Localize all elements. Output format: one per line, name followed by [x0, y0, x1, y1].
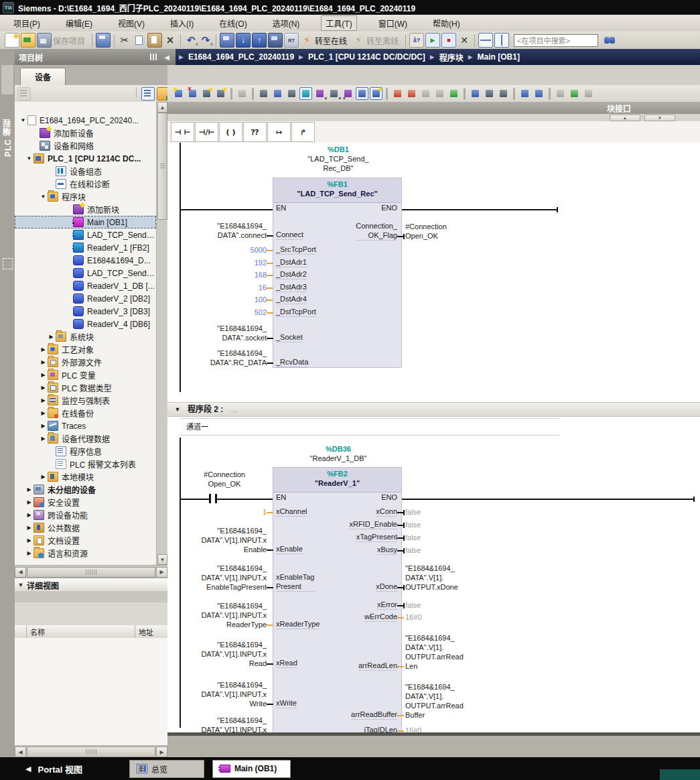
- open-project-icon[interactable]: [21, 33, 36, 48]
- ladder-input-row[interactable]: 502 _DstTcpPort: [167, 307, 403, 317]
- tree-item[interactable]: ▶ 监控与强制表: [15, 394, 156, 407]
- new-object-icon[interactable]: [17, 87, 31, 101]
- tree-expander-icon[interactable]: ▶: [39, 385, 48, 391]
- tree-vertical-scrollbar[interactable]: ▲ ▼: [156, 102, 167, 565]
- insert-block-call-icon[interactable]: [172, 87, 185, 100]
- ladder-input-row[interactable]: 5000 _SrcTcpPort: [167, 245, 403, 255]
- instance-db-address[interactable]: %DB1: [271, 145, 405, 154]
- ladder-output-row[interactable]: arrReadBuffer "E1684&1694_ DATA".V[1]. O…: [273, 682, 541, 720]
- auto-collapse-icon[interactable]: [149, 53, 158, 61]
- input-operand[interactable]: 16: [167, 283, 267, 292]
- details-view-header[interactable]: ▼ 详细视图: [15, 578, 167, 592]
- block-parameter[interactable]: xDone: [376, 582, 397, 592]
- ladder-input-row[interactable]: 16 _DstAdr3: [167, 282, 403, 292]
- scrollbar-thumb[interactable]: [27, 746, 155, 757]
- insert-network-icon[interactable]: [200, 87, 213, 100]
- portal-view-button[interactable]: Portal 视图: [38, 763, 82, 775]
- toggle-operand-display-icon[interactable]: [356, 87, 368, 100]
- go-offline-icon[interactable]: [352, 34, 365, 47]
- search-project-input[interactable]: [514, 34, 598, 47]
- ladder-output-row[interactable]: xDone "E1684&1694_ DATA".V[1]. OUTPUT.xD…: [273, 564, 541, 592]
- overview-button[interactable]: 总览: [129, 760, 204, 778]
- next-error-icon[interactable]: [405, 87, 418, 100]
- scroll-left-icon[interactable]: ◀: [15, 746, 26, 757]
- tree-expander-icon[interactable]: ▼: [19, 117, 27, 123]
- input-operand[interactable]: 100: [167, 295, 267, 304]
- previous-error-icon[interactable]: [391, 87, 404, 100]
- rail-tab[interactable]: [1, 65, 13, 94]
- ladder-canvas[interactable]: %DB1 "LAD_TCP_Send_ Rec_DB" %FB1 "LAD_TC…: [167, 143, 700, 732]
- tree-horizontal-scrollbar[interactable]: ◀ ▶: [15, 565, 167, 578]
- tree-item[interactable]: ReaderV_2 [DB2]: [15, 292, 156, 305]
- tree-expander-icon[interactable]: ▶: [39, 423, 48, 429]
- output-operand[interactable]: "E1684&1694_ DATA".V[1]. OUTPUT.xDone: [405, 564, 519, 592]
- close-all-networks-icon[interactable]: [285, 87, 298, 100]
- tree-item[interactable]: ReaderV_3 [DB3]: [15, 305, 156, 318]
- insert-tag-dropdown-icon[interactable]: [342, 87, 354, 100]
- output-operand[interactable]: 16#0: [405, 612, 519, 622]
- menu-item[interactable]: 插入(I): [166, 16, 198, 30]
- ladder-output-row[interactable]: iTagIDLen 16#0: [273, 725, 541, 732]
- details-horizontal-scrollbar[interactable]: ◀ ▶: [15, 745, 167, 758]
- input-operand[interactable]: "E1684&1694_ DATA".V[1].INPUT.x Write: [167, 680, 267, 708]
- block-interface-bar[interactable]: 块接口: [167, 102, 700, 114]
- output-operand[interactable]: false: [405, 533, 519, 542]
- output-operand[interactable]: false: [405, 600, 519, 610]
- ladder-input-row[interactable]: 168 _DstAdr2: [167, 269, 403, 279]
- portal-arrow-icon[interactable]: ◀: [25, 765, 31, 773]
- scrollbar-thumb[interactable]: [157, 113, 167, 220]
- tree-item[interactable]: 程序信息: [15, 445, 156, 458]
- tree-item[interactable]: ▼ 程序块: [15, 190, 156, 203]
- ladder-input-row[interactable]: "E1684&1694_ DATA".RC_DATA _RcvData: [167, 348, 403, 367]
- monitoring-glasses-icon[interactable]: [568, 87, 581, 100]
- split-editor-horizontal-icon[interactable]: [478, 33, 493, 48]
- redo-icon[interactable]: [199, 34, 212, 47]
- tree-expander-icon[interactable]: ▶: [25, 525, 33, 531]
- favorites-toggle-icon[interactable]: [370, 87, 382, 100]
- accessible-devices-icon[interactable]: [409, 33, 424, 48]
- undo-icon[interactable]: [184, 34, 198, 47]
- update-block-calls-icon[interactable]: [419, 87, 432, 100]
- upload-from-device-icon[interactable]: [252, 33, 267, 48]
- block-parameter[interactable]: xError: [377, 600, 397, 610]
- input-operand[interactable]: "E1684&1694_ DATA".V[1].INPUT.x EnableTa…: [167, 564, 267, 592]
- block-parameter[interactable]: xTagPresent: [356, 532, 397, 542]
- tree-item[interactable]: ▼ E1684_1694_PLC_20240...: [15, 114, 156, 127]
- tree-expander-icon[interactable]: ▶: [39, 436, 48, 442]
- tab-devices[interactable]: 设备: [20, 68, 66, 85]
- tree-expander-icon[interactable]: ▶: [25, 550, 33, 556]
- paste-icon[interactable]: [147, 33, 162, 48]
- block-protection-icon[interactable]: [582, 87, 595, 100]
- block-parameter[interactable]: xBusy: [377, 545, 397, 555]
- details-address-column[interactable]: 地址: [135, 625, 167, 638]
- tree-item[interactable]: ▶ 设备代理数据: [15, 432, 156, 445]
- runtime-icon[interactable]: [284, 33, 299, 48]
- network-2-header[interactable]: ▼ 程序段 2 : ....: [167, 402, 700, 417]
- tree-expander-icon[interactable]: ▶: [39, 346, 48, 352]
- tree-expander-icon[interactable]: ▶: [39, 359, 48, 365]
- block-parameter[interactable]: xConn: [376, 507, 397, 517]
- input-operand[interactable]: 192: [167, 258, 267, 267]
- output-operand[interactable]: "E1684&1694_ DATA".V[1]. OUTPUT.arrRead …: [405, 682, 519, 720]
- network-collapse-icon[interactable]: ▼: [167, 405, 188, 414]
- tree-item[interactable]: ▶ PLC 变量: [15, 369, 156, 381]
- go-online-label[interactable]: 转至在线: [315, 35, 347, 46]
- start-cpu-icon[interactable]: [425, 33, 440, 48]
- tree-item[interactable]: 添加新块: [15, 203, 156, 216]
- tree-item[interactable]: ▶ 本地模块: [15, 470, 156, 483]
- start-simulation-icon[interactable]: [268, 33, 283, 48]
- goto-previous-point-icon[interactable]: [469, 87, 482, 100]
- tree-expander-icon[interactable]: ▶: [25, 512, 33, 518]
- tree-item[interactable]: ▼ PLC_1 [CPU 1214C DC...: [15, 152, 156, 165]
- branch-tools-icon[interactable]: [497, 87, 510, 100]
- output-operand[interactable]: false: [405, 507, 519, 517]
- scrollbar-thumb[interactable]: [27, 567, 155, 578]
- update-inconsistent-calls-icon[interactable]: [433, 87, 446, 100]
- tree-expander-icon[interactable]: ▶: [25, 537, 33, 543]
- split-editor-vertical-icon[interactable]: [494, 33, 509, 48]
- input-operand[interactable]: 5000: [167, 245, 267, 255]
- jump-forward-icon[interactable]: [533, 87, 545, 100]
- input-operand[interactable]: "E1684&1694_ DATA".V[1].INPUT.x ReaderTy…: [167, 601, 267, 629]
- block-parameter[interactable]: _DstAdr2: [276, 269, 307, 279]
- ladder-output-row[interactable]: Connection_ OK_Flag #Connection Open_OK: [273, 221, 541, 241]
